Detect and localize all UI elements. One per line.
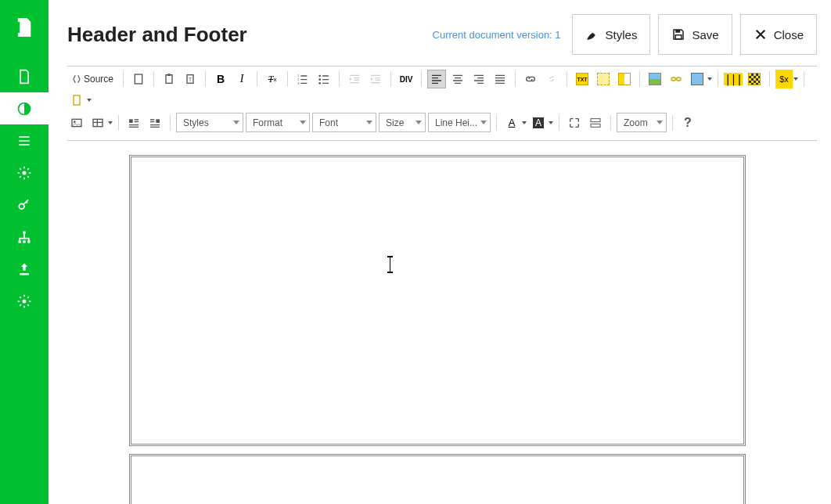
svg-rect-28 <box>129 119 133 123</box>
align-center-icon <box>451 73 464 85</box>
barcode-button[interactable]: ||| <box>724 70 743 88</box>
help-button[interactable]: ? <box>678 116 697 130</box>
paste-text-button[interactable]: T <box>181 70 200 88</box>
version-link[interactable]: Current document version: 1 <box>433 29 561 41</box>
svg-rect-3 <box>23 231 25 233</box>
page-icon <box>70 94 83 106</box>
svg-rect-4 <box>19 240 21 243</box>
svg-rect-23 <box>677 77 681 81</box>
qrcode-button[interactable] <box>745 70 764 88</box>
svg-rect-31 <box>591 124 600 127</box>
align-center-button[interactable] <box>448 70 467 88</box>
numbered-list-button[interactable]: 123 <box>293 70 312 88</box>
paste-icon <box>163 73 175 85</box>
sidebar-item-list[interactable] <box>0 124 49 157</box>
pen-icon <box>585 27 599 41</box>
footer-page[interactable] <box>129 454 746 504</box>
ul-icon <box>318 73 330 85</box>
svg-rect-9 <box>676 30 681 33</box>
align-right-button[interactable] <box>469 70 488 88</box>
link-icon <box>524 73 537 85</box>
save-button[interactable]: Save <box>658 14 732 55</box>
float-right-button[interactable] <box>146 113 164 132</box>
divider-2 <box>67 140 817 141</box>
bullet-list-button[interactable] <box>315 70 333 88</box>
align-justify-icon <box>494 73 506 85</box>
source-icon <box>71 74 82 85</box>
image-button[interactable] <box>646 70 664 88</box>
sidebar-item-page[interactable] <box>0 60 49 92</box>
paste-button[interactable] <box>160 70 178 88</box>
svg-rect-6 <box>27 240 30 243</box>
sidebar-item-key[interactable] <box>0 189 49 221</box>
align-left-button[interactable] <box>427 70 446 88</box>
align-justify-button[interactable] <box>491 70 509 88</box>
svg-rect-22 <box>671 77 675 81</box>
table-icon <box>92 117 104 129</box>
source-button[interactable]: Source <box>67 70 117 88</box>
variable-dropdown[interactable]: $x <box>775 70 798 88</box>
float-left-button[interactable] <box>124 113 143 132</box>
page-dropdown[interactable] <box>67 91 92 110</box>
align-right-icon <box>473 73 485 85</box>
insert-image-button[interactable] <box>67 113 86 132</box>
field-text-button[interactable]: TXT <box>573 70 592 88</box>
font-combo[interactable]: Font <box>312 113 376 132</box>
link-button[interactable] <box>521 70 540 88</box>
bgcolor-dropdown[interactable]: A <box>529 113 553 132</box>
sidebar-item-contrast[interactable] <box>0 92 49 124</box>
svg-point-19 <box>318 75 321 77</box>
newpage-icon <box>132 73 145 85</box>
close-button[interactable]: Close <box>740 14 817 55</box>
header-page[interactable] <box>129 155 746 446</box>
sidebar <box>0 0 49 504</box>
sidebar-item-upload[interactable] <box>0 253 49 285</box>
zoom-combo[interactable]: Zoom <box>617 113 667 132</box>
table-dropdown[interactable] <box>88 113 113 132</box>
svg-rect-10 <box>676 35 682 39</box>
sidebar-item-settings[interactable] <box>0 157 49 189</box>
textcolor-dropdown[interactable]: A <box>502 113 527 132</box>
styles-button[interactable]: Styles <box>572 14 651 55</box>
div-button[interactable]: DIV <box>397 70 416 88</box>
unlink-button[interactable] <box>542 70 561 88</box>
align-left-icon <box>430 73 443 85</box>
svg-text:3: 3 <box>297 81 300 85</box>
save-icon <box>671 27 685 41</box>
remove-format-button[interactable]: Tx <box>263 70 282 88</box>
sidebar-item-sitemap[interactable] <box>0 221 49 253</box>
toolbar-row-1: Source T B I Tx 123 DIV <box>67 70 817 110</box>
field-half-button[interactable] <box>615 70 634 88</box>
picture-icon <box>70 117 83 129</box>
outdent-button[interactable] <box>345 70 364 88</box>
svg-rect-24 <box>74 95 80 105</box>
svg-rect-12 <box>166 75 172 84</box>
bold-button[interactable]: B <box>211 70 230 88</box>
indent-button[interactable] <box>366 70 385 88</box>
blocks-button[interactable] <box>586 113 605 132</box>
svg-point-1 <box>23 171 27 175</box>
unlink-icon <box>545 73 558 85</box>
header-row: Header and Footer Current document versi… <box>67 14 817 55</box>
maximize-button[interactable] <box>565 113 584 132</box>
styles-combo[interactable]: Styles <box>176 113 243 132</box>
svg-point-2 <box>19 203 24 209</box>
format-combo[interactable]: Format <box>246 113 310 132</box>
text-cursor <box>390 257 390 272</box>
svg-point-21 <box>318 82 321 85</box>
size-combo[interactable]: Size <box>379 113 426 132</box>
header-actions: Current document version: 1 Styles Save … <box>433 14 817 55</box>
newpage-button[interactable] <box>129 70 148 88</box>
editor-area[interactable] <box>67 149 817 504</box>
svg-text:T: T <box>189 77 192 82</box>
close-icon <box>754 27 768 41</box>
italic-button[interactable]: I <box>232 70 251 88</box>
sidebar-logo[interactable] <box>0 11 49 43</box>
hyperlink-button[interactable] <box>667 70 685 88</box>
image-dropdown[interactable] <box>688 70 712 88</box>
svg-rect-30 <box>591 118 600 121</box>
sidebar-item-settings2[interactable] <box>0 285 49 317</box>
lineheight-combo[interactable]: Line Hei... <box>428 113 491 132</box>
svg-point-20 <box>318 78 321 81</box>
field-dashed-button[interactable] <box>594 70 613 88</box>
